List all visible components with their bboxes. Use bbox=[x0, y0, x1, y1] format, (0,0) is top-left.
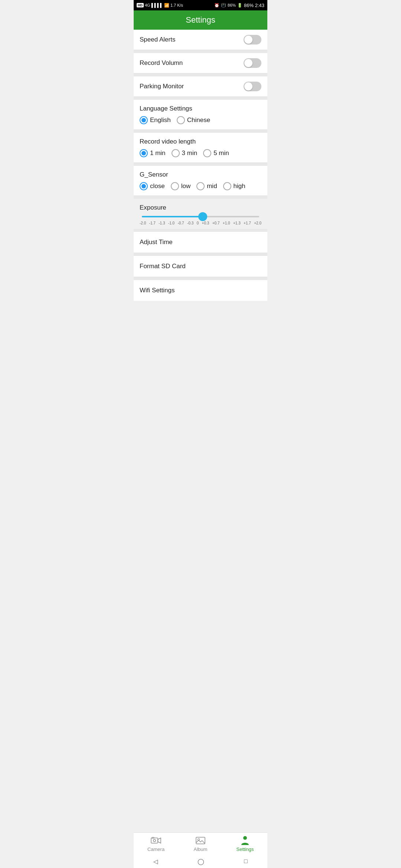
record-video-radio-group: 1 min 3 min 5 min bbox=[140, 149, 261, 157]
slider-thumb[interactable] bbox=[198, 212, 207, 221]
signal-bars: ▌▌▌▌ bbox=[151, 3, 163, 7]
wifi-settings-row[interactable]: Wifi Settings bbox=[134, 280, 267, 301]
record-1min-text: 1 min bbox=[150, 149, 166, 157]
tick-n17: -1.7 bbox=[149, 221, 156, 225]
gsensor-close-text: close bbox=[150, 183, 165, 190]
gsensor-close-option[interactable]: close bbox=[140, 182, 165, 190]
gsensor-mid-text: mid bbox=[207, 183, 217, 190]
gsensor-low-option[interactable]: low bbox=[171, 182, 191, 190]
settings-scroll: Speed Alerts Record Volumn Parking Monit… bbox=[134, 30, 267, 338]
record-3min-option[interactable]: 3 min bbox=[172, 149, 198, 157]
tick-n13: -1.3 bbox=[159, 221, 165, 225]
separator-8 bbox=[134, 253, 267, 256]
parking-monitor-toggle[interactable] bbox=[244, 82, 261, 91]
status-left: HD 4G ▌▌▌▌ 📶 1.7 K/s bbox=[137, 3, 183, 8]
gsensor-high-option[interactable]: high bbox=[223, 182, 245, 190]
record-1min-option[interactable]: 1 min bbox=[140, 149, 166, 157]
language-settings-row: Language Settings English Chinese bbox=[134, 100, 267, 130]
alarm-icon: ⏰ bbox=[214, 3, 219, 8]
battery-text: 86% bbox=[228, 3, 236, 7]
language-radio-chinese[interactable] bbox=[177, 116, 185, 124]
gsensor-close-inner bbox=[141, 184, 146, 188]
record-video-label: Record video length bbox=[140, 138, 261, 145]
gsensor-mid-radio[interactable] bbox=[196, 182, 205, 190]
gsensor-mid-option[interactable]: mid bbox=[196, 182, 217, 190]
language-option-chinese[interactable]: Chinese bbox=[177, 116, 210, 124]
record-volumn-toggle[interactable] bbox=[244, 58, 261, 68]
speed-alerts-label: Speed Alerts bbox=[140, 36, 175, 43]
tick-p13: +1.3 bbox=[233, 221, 241, 225]
record-5min-text: 5 min bbox=[213, 149, 229, 157]
slider-track[interactable] bbox=[142, 216, 259, 217]
tick-p20: +2.0 bbox=[254, 221, 261, 225]
language-label: Language Settings bbox=[140, 105, 261, 112]
separator-1 bbox=[134, 50, 267, 53]
tick-p17: +1.7 bbox=[244, 221, 251, 225]
record-3min-text: 3 min bbox=[182, 149, 198, 157]
record-1min-radio[interactable] bbox=[140, 149, 148, 157]
tick-p10: +1.0 bbox=[223, 221, 230, 225]
language-radio-english[interactable] bbox=[140, 116, 148, 124]
gsensor-low-radio[interactable] bbox=[171, 182, 179, 190]
language-radio-group: English Chinese bbox=[140, 116, 261, 124]
record-5min-radio[interactable] bbox=[203, 149, 211, 157]
gsensor-low-text: low bbox=[181, 183, 191, 190]
app-bar: Settings bbox=[134, 10, 267, 30]
separator-2 bbox=[134, 73, 267, 76]
record-volumn-row: Record Volumn bbox=[134, 53, 267, 73]
language-english-text: English bbox=[150, 116, 171, 124]
wifi-settings-label: Wifi Settings bbox=[140, 287, 175, 294]
parking-monitor-row: Parking Monitor bbox=[134, 76, 267, 97]
separator-9 bbox=[134, 277, 267, 280]
vibrate-icon: 📳 bbox=[221, 3, 226, 8]
tick-n20: -2.0 bbox=[140, 221, 146, 225]
adjust-time-row[interactable]: Adjust Time bbox=[134, 232, 267, 253]
status-right: ⏰ 📳 86% 🔋 86% 2:43 bbox=[214, 3, 264, 8]
time: 86% 2:43 bbox=[244, 3, 264, 8]
separator-6 bbox=[134, 196, 267, 199]
gsensor-high-radio[interactable] bbox=[223, 182, 231, 190]
gsensor-close-radio[interactable] bbox=[140, 182, 148, 190]
parking-monitor-label: Parking Monitor bbox=[140, 83, 184, 90]
tick-n10: -1.0 bbox=[168, 221, 175, 225]
adjust-time-label: Adjust Time bbox=[140, 239, 173, 246]
record-5min-option[interactable]: 5 min bbox=[203, 149, 229, 157]
separator-7 bbox=[134, 229, 267, 232]
record-volumn-label: Record Volumn bbox=[140, 59, 183, 67]
tick-n03: -0.3 bbox=[187, 221, 193, 225]
record-1min-inner bbox=[141, 151, 146, 155]
gsensor-row: G_Sensor close low mid high bbox=[134, 166, 267, 196]
record-3min-radio[interactable] bbox=[172, 149, 180, 157]
tick-0: 0 bbox=[197, 221, 199, 225]
separator-3 bbox=[134, 97, 267, 100]
slider-fill bbox=[142, 216, 203, 217]
network-speed: 1.7 K/s bbox=[170, 3, 183, 7]
format-sd-card-label: Format SD Card bbox=[140, 263, 186, 270]
record-volumn-knob bbox=[244, 59, 252, 67]
hd-badge: HD bbox=[137, 3, 144, 7]
speed-alerts-row: Speed Alerts bbox=[134, 30, 267, 50]
speed-alerts-knob bbox=[244, 36, 252, 44]
parking-monitor-knob bbox=[244, 82, 252, 91]
exposure-section: Exposure -2.0 -1.7 -1.3 -1.0 -0.7 -0.3 0… bbox=[134, 199, 267, 229]
tick-p07: +0.7 bbox=[212, 221, 220, 225]
slider-labels: -2.0 -1.7 -1.3 -1.0 -0.7 -0.3 0 +0.3 +0.… bbox=[140, 221, 261, 225]
tick-p03: +0.3 bbox=[202, 221, 209, 225]
battery-icon: 🔋 bbox=[237, 3, 242, 8]
gsensor-high-text: high bbox=[234, 183, 245, 190]
record-video-length-row: Record video length 1 min 3 min 5 min bbox=[134, 133, 267, 163]
separator-4 bbox=[134, 130, 267, 133]
status-bar: HD 4G ▌▌▌▌ 📶 1.7 K/s ⏰ 📳 86% 🔋 86% 2:43 bbox=[134, 0, 267, 10]
tick-n07: -0.7 bbox=[177, 221, 184, 225]
gsensor-label: G_Sensor bbox=[140, 171, 261, 178]
exposure-label: Exposure bbox=[140, 204, 261, 211]
app-title: Settings bbox=[186, 15, 215, 25]
language-chinese-text: Chinese bbox=[187, 116, 210, 124]
format-sd-card-row[interactable]: Format SD Card bbox=[134, 256, 267, 277]
wifi-icon: 📶 bbox=[164, 3, 169, 8]
language-option-english[interactable]: English bbox=[140, 116, 171, 124]
speed-alerts-toggle[interactable] bbox=[244, 35, 261, 45]
separator-5 bbox=[134, 163, 267, 166]
gsensor-radio-group: close low mid high bbox=[140, 182, 261, 190]
signal-text: 4G bbox=[145, 3, 150, 7]
